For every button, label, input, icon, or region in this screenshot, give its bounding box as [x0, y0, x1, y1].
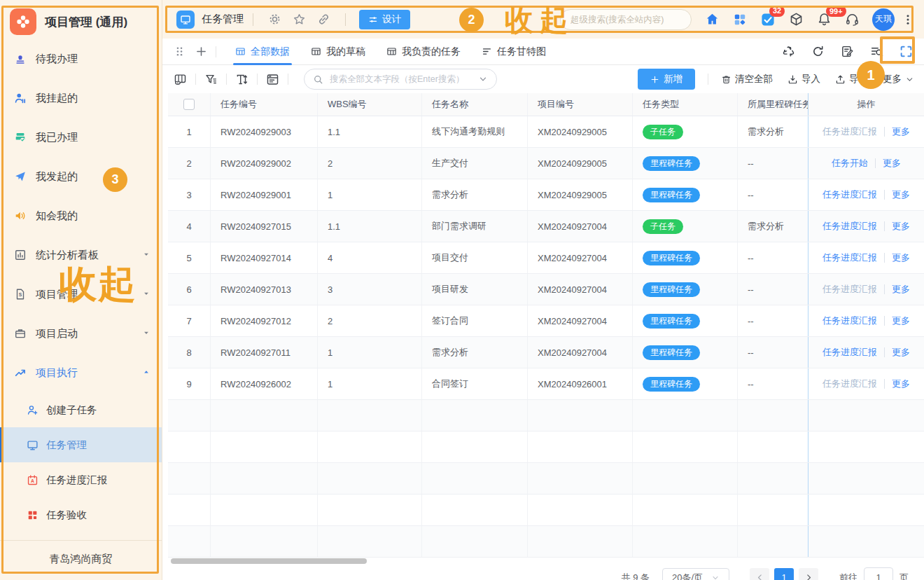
sidebar-item[interactable]: 项目执行 — [0, 353, 162, 392]
row-more-link[interactable]: 更多 — [892, 220, 910, 233]
column-header[interactable]: WBS编号 — [318, 93, 422, 116]
global-search-input[interactable] — [569, 14, 682, 25]
project-code-cell: XM20240927004 — [528, 274, 633, 305]
row-action-link[interactable]: 任务进度汇报 — [822, 283, 877, 296]
home-icon[interactable] — [705, 12, 720, 27]
scrollbar-thumb[interactable] — [171, 558, 367, 564]
bell-icon[interactable]: 99+ — [817, 12, 832, 27]
link-icon[interactable] — [317, 13, 330, 26]
sidebar-subitem[interactable]: 创建子任务 — [0, 392, 162, 427]
column-header[interactable]: 任务类型 — [633, 93, 738, 116]
table-row[interactable]: 3 RW20240929001 1 需求分析 XM20240929005 里程碑… — [168, 179, 924, 211]
table-search-input[interactable] — [328, 74, 473, 85]
kebab-menu-icon[interactable] — [902, 13, 914, 26]
more-button[interactable]: 更多 — [883, 73, 914, 85]
task-name-cell: 部门需求调研 — [422, 211, 528, 242]
row-action-link[interactable]: 任务进度汇报 — [822, 188, 877, 201]
prev-page-button[interactable] — [750, 568, 769, 580]
row-action-link[interactable]: 任务进度汇报 — [822, 378, 877, 390]
todo-tasks-icon[interactable]: 32 — [760, 12, 776, 27]
global-search[interactable] — [560, 9, 692, 30]
next-page-button[interactable] — [799, 568, 818, 580]
task-type-badge: 里程碑任务 — [643, 188, 700, 202]
refresh-icon[interactable] — [811, 45, 825, 58]
table-row[interactable]: 5 RW20240927014 4 项目交付 XM20240927004 里程碑… — [168, 242, 924, 274]
text-size-icon[interactable] — [235, 73, 248, 86]
page-number-button[interactable]: 1 — [774, 568, 794, 580]
view-tab[interactable]: 任务甘特图 — [482, 39, 546, 65]
star-icon[interactable] — [293, 13, 306, 26]
view-tab[interactable]: 我的草稿 — [311, 39, 365, 65]
import-button[interactable]: 导入 — [788, 73, 820, 85]
row-more-link[interactable]: 更多 — [892, 315, 910, 327]
design-button[interactable]: 设计 — [359, 10, 410, 29]
column-header[interactable]: 任务名称 — [422, 93, 528, 116]
row-more-link[interactable]: 更多 — [892, 251, 910, 264]
goto-page-input[interactable] — [864, 567, 893, 580]
export-button[interactable]: 导出 — [835, 73, 868, 85]
select-all-checkbox[interactable] — [183, 99, 195, 110]
row-more-link[interactable]: 更多 — [892, 188, 910, 201]
card-view-icon[interactable] — [266, 73, 279, 86]
gear-icon[interactable] — [268, 13, 281, 26]
sidebar-subitem[interactable]: 任务验收 — [0, 497, 162, 532]
view-tab[interactable]: 全部数据 — [235, 39, 290, 65]
record-log-icon[interactable] — [841, 45, 854, 58]
table-row[interactable]: 6 RW20240927013 3 项目研发 XM20240927004 里程碑… — [168, 274, 924, 305]
row-more-link[interactable]: 更多 — [892, 346, 910, 359]
chevron-down-icon[interactable] — [478, 74, 488, 84]
row-more-link[interactable]: 更多 — [892, 378, 910, 390]
view-tab[interactable]: 我负责的任务 — [386, 39, 461, 65]
task-type-cell: 里程碑任务 — [633, 305, 738, 336]
row-action-link[interactable]: 任务开始 — [832, 157, 868, 170]
sidebar-item[interactable]: 我挂起的 — [0, 78, 162, 118]
sidebar-item[interactable]: 我发起的 — [0, 157, 162, 196]
table-search[interactable] — [304, 69, 497, 90]
row-action-link[interactable]: 任务进度汇报 — [822, 125, 877, 138]
column-display-icon[interactable] — [174, 73, 187, 86]
row-action-link[interactable]: 任务进度汇报 — [822, 315, 877, 327]
sidebar-subitem[interactable]: 任务管理 — [0, 427, 162, 462]
company-name: 青岛鸿尚商贸 — [0, 553, 162, 566]
column-header[interactable]: 项目编号 — [528, 93, 633, 116]
sidebar-item[interactable]: 项目启动 — [0, 314, 162, 353]
add-button[interactable]: 新增 — [638, 69, 695, 90]
recycle-icon[interactable] — [782, 45, 795, 58]
sidebar-item[interactable]: 知会我的 — [0, 196, 162, 235]
hexagon-icon[interactable] — [789, 12, 804, 27]
table-row[interactable]: 2 RW20240929002 2 生产交付 XM20240929005 里程碑… — [168, 148, 924, 179]
table-row[interactable]: 1 RW20240929003 1.1 线下沟通考勤规则 XM202409290… — [168, 116, 924, 148]
row-action-link[interactable]: 任务进度汇报 — [822, 346, 877, 359]
sidebar-item[interactable]: S 项目管理 — [0, 275, 162, 314]
row-more-link[interactable]: 更多 — [883, 157, 901, 170]
row-action-link[interactable]: 任务进度汇报 — [822, 220, 877, 233]
table-row[interactable]: 8 RW20240927011 1 需求分析 XM20240927004 里程碑… — [168, 337, 924, 368]
search-list-icon[interactable] — [870, 45, 883, 58]
table-row[interactable]: 7 RW20240927012 2 签订合同 XM20240927004 里程碑… — [168, 305, 924, 337]
task-type-badge: 里程碑任务 — [643, 282, 700, 297]
row-more-link[interactable]: 更多 — [892, 283, 910, 296]
grid-handle-icon[interactable] — [174, 46, 186, 57]
sidebar-item[interactable]: 待我办理 — [0, 39, 162, 78]
support-headset-icon[interactable] — [845, 12, 860, 27]
clear-all-button[interactable]: 清空全部 — [721, 73, 773, 85]
table-row[interactable]: 9 RW20240926002 1 合同签订 XM20240926001 里程碑… — [168, 368, 924, 400]
apps-icon[interactable] — [733, 13, 747, 27]
task-type-badge: 里程碑任务 — [643, 377, 700, 392]
table-row[interactable]: 4 RW20240927015 1.1 部门需求调研 XM20240927004… — [168, 211, 924, 242]
table-action-icons — [782, 45, 913, 58]
row-more-link[interactable]: 更多 — [892, 125, 910, 138]
column-header[interactable]: 操作 — [808, 93, 924, 116]
sidebar-item[interactable]: 我已办理 — [0, 118, 162, 157]
column-header[interactable]: 任务编号 — [211, 93, 318, 116]
fullscreen-icon[interactable] — [899, 45, 913, 58]
avatar[interactable]: 天琪 — [872, 8, 895, 31]
add-view-icon[interactable] — [195, 46, 207, 57]
sidebar-item[interactable]: 统计分析看板 — [0, 235, 162, 275]
sidebar-subitem[interactable]: A 任务进度汇报 — [0, 462, 162, 497]
column-header[interactable]: 所属里程碑任务 — [738, 93, 808, 116]
app-logo[interactable] — [10, 8, 36, 35]
filter-icon[interactable] — [204, 73, 218, 86]
page-size-select[interactable]: 20条/页 — [662, 568, 729, 580]
row-action-link[interactable]: 任务进度汇报 — [822, 251, 877, 264]
